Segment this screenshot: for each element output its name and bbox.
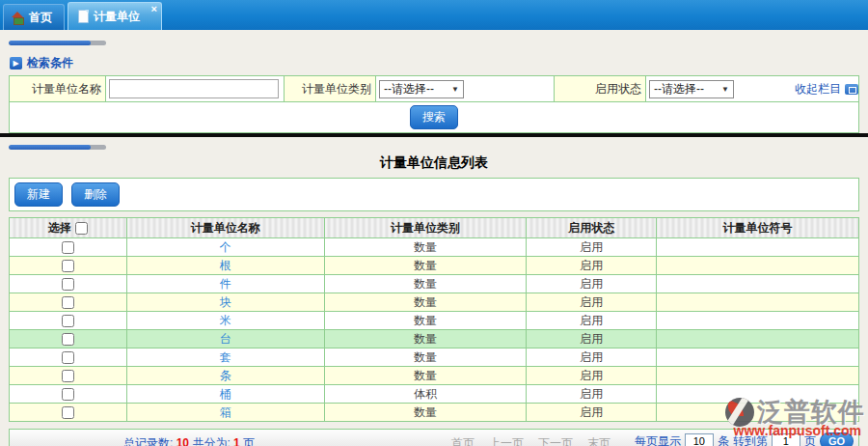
home-icon (12, 12, 24, 23)
unit-category-select[interactable]: --请选择-- ▼ (379, 80, 464, 98)
column-header: 计量单位名称 (126, 218, 324, 238)
unit-symbol-cell (657, 275, 859, 293)
row-checkbox[interactable] (62, 315, 74, 327)
unit-status-cell: 启用 (527, 385, 657, 404)
table-row: 个数量启用 (10, 238, 859, 257)
content-area: 收起栏目 ▶ 检索条件 计量单位名称 计量单位类别 --请选择-- ▼ 启用状态… (0, 41, 868, 446)
unit-status-cell: 启用 (527, 330, 657, 348)
status-select-value: --请选择-- (654, 81, 704, 98)
unit-status-cell: 启用 (527, 238, 657, 257)
status-label: 启用状态 (555, 76, 646, 102)
table-row: 条数量启用 (10, 367, 859, 385)
unit-symbol-cell (657, 257, 859, 275)
delete-button[interactable]: 删除 (71, 182, 120, 207)
row-checkbox[interactable] (62, 278, 74, 291)
unit-category-cell: 数量 (324, 293, 527, 312)
unit-category-cell: 数量 (324, 257, 527, 275)
chevron-down-icon: ▼ (721, 85, 729, 94)
row-checkbox[interactable] (62, 351, 74, 364)
unit-status-cell: 启用 (527, 404, 657, 422)
search-section-title: 检索条件 (27, 55, 73, 71)
unit-name-link[interactable]: 根 (220, 259, 231, 272)
table-row: 台数量启用 (10, 330, 859, 348)
tab-measurement-unit[interactable]: 计量单位 × (68, 2, 162, 30)
tab-bar: 首页 计量单位 × (0, 0, 868, 30)
close-icon[interactable]: × (151, 3, 157, 14)
collapse-icon (845, 84, 858, 95)
unit-name-input[interactable] (109, 79, 279, 98)
pagination-link[interactable]: 上一页 (489, 435, 524, 446)
goto-page-input[interactable] (772, 433, 800, 446)
select-all-checkbox[interactable] (75, 222, 88, 235)
unit-status-cell: 启用 (527, 293, 657, 312)
go-button[interactable]: GO (820, 432, 854, 446)
unit-symbol-cell (657, 348, 859, 367)
unit-symbol-cell (657, 385, 859, 404)
goto-unit: 页 (804, 433, 816, 446)
unit-symbol-cell (657, 330, 859, 348)
unit-table: 选择计量单位名称计量单位类别启用状态计量单位符号 个数量启用根数量启用件数量启用… (9, 217, 859, 422)
loading-bar-top (9, 41, 106, 45)
tab-measurement-unit-label: 计量单位 (94, 9, 140, 25)
unit-category-cell: 数量 (324, 348, 527, 367)
row-checkbox[interactable] (62, 296, 74, 309)
per-page-label: 每页显示 (635, 433, 681, 446)
pagination-link[interactable]: 下一页 (538, 435, 573, 446)
unit-symbol-cell (657, 404, 859, 422)
unit-name-label: 计量单位名称 (10, 76, 106, 102)
pagination-link[interactable]: 首页 (451, 435, 475, 446)
per-page-unit: 条 (718, 433, 729, 446)
unit-name-link[interactable]: 米 (220, 314, 231, 327)
row-checkbox[interactable] (62, 388, 74, 401)
status-select[interactable]: --请选择-- ▼ (649, 80, 734, 98)
unit-name-link[interactable]: 桶 (220, 387, 231, 401)
new-button[interactable]: 新建 (14, 182, 63, 207)
table-row: 箱数量启用 (10, 404, 859, 422)
unit-name-link[interactable]: 块 (220, 295, 231, 309)
loading-bar-list (9, 145, 106, 150)
unit-symbol-cell (657, 238, 859, 257)
per-page-input[interactable] (685, 433, 714, 446)
collapse-panel-link[interactable]: 收起栏目 (795, 81, 858, 98)
unit-name-link[interactable]: 件 (220, 277, 231, 291)
unit-name-link[interactable]: 台 (220, 332, 231, 346)
column-header: 启用状态 (527, 218, 657, 238)
pagination-link[interactable]: 末页 (587, 435, 610, 446)
search-button[interactable]: 搜索 (410, 105, 458, 129)
unit-name-link[interactable]: 套 (220, 350, 231, 364)
unit-status-cell: 启用 (527, 367, 657, 385)
row-checkbox[interactable] (62, 260, 74, 272)
document-icon (78, 10, 89, 23)
table-row: 桶体积启用 (10, 385, 859, 404)
unit-name-link[interactable]: 条 (220, 369, 231, 382)
unit-symbol-cell (657, 367, 859, 385)
unit-name-link[interactable]: 箱 (220, 405, 231, 419)
unit-category-cell: 数量 (324, 367, 527, 385)
total-records: 10 (176, 436, 189, 446)
unit-category-cell: 体积 (324, 385, 527, 404)
unit-category-label: 计量单位类别 (285, 76, 376, 102)
tab-home-label: 首页 (29, 10, 52, 26)
arrow-right-icon: ▶ (10, 57, 22, 70)
unit-category-cell: 数量 (324, 275, 527, 293)
table-row: 件数量启用 (10, 275, 859, 293)
page-title: 计量单位信息列表 (0, 154, 868, 172)
unit-status-cell: 启用 (527, 257, 657, 275)
chevron-down-icon: ▼ (451, 85, 459, 94)
unit-category-select-value: --请选择-- (384, 81, 434, 98)
column-header: 计量单位符号 (657, 218, 859, 238)
tab-home[interactable]: 首页 (3, 4, 65, 30)
total-pages: 1 (233, 436, 240, 446)
pagination-links: 首页上一页下一页末页 (451, 435, 610, 446)
section-divider (0, 133, 868, 137)
column-header: 计量单位类别 (324, 218, 527, 238)
unit-name-link[interactable]: 个 (220, 240, 231, 254)
row-checkbox[interactable] (62, 333, 74, 346)
row-checkbox[interactable] (62, 241, 74, 254)
unit-category-cell: 数量 (324, 312, 527, 330)
unit-category-cell: 数量 (324, 330, 527, 348)
row-checkbox[interactable] (62, 370, 74, 382)
search-section-header: ▶ 检索条件 (10, 55, 868, 71)
goto-label: 转到第 (733, 433, 768, 446)
row-checkbox[interactable] (62, 406, 74, 419)
